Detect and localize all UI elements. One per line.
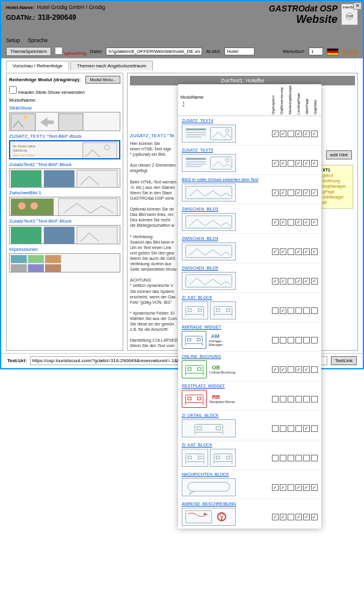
checkbox[interactable] [311, 307, 318, 314]
checkbox[interactable] [295, 484, 302, 491]
column-header[interactable]: DigEMail [313, 84, 321, 116]
checkbox[interactable] [295, 425, 302, 432]
checkbox[interactable] [303, 160, 310, 167]
module-thumb[interactable] [9, 197, 120, 216]
checkbox[interactable] [288, 455, 294, 461]
checkbox[interactable] [272, 307, 279, 314]
close-button[interactable]: ✕ [353, 2, 362, 10]
sort-icons[interactable]: ▲▼ [180, 99, 268, 109]
checkbox[interactable] [288, 337, 294, 343]
module-row[interactable]: ZWISCHEN_BILD4 [178, 234, 321, 263]
module-item[interactable]: Impressionen [9, 247, 120, 252]
checkbox[interactable] [303, 484, 310, 491]
checkbox[interactable] [272, 455, 279, 461]
module-thumb[interactable] [9, 253, 120, 273]
checkbox[interactable] [280, 131, 286, 137]
module-thumb[interactable] [9, 168, 120, 188]
checkbox[interactable] [303, 248, 310, 255]
checkbox[interactable] [280, 278, 286, 285]
checkbox[interactable] [311, 131, 318, 137]
module-row[interactable]: RESTPLATZ_WIDGETRBRestplatz-Börse [178, 381, 321, 411]
checkbox[interactable] [303, 189, 310, 196]
checkbox[interactable] [272, 189, 279, 196]
checkbox[interactable] [295, 131, 302, 137]
checkbox[interactable] [311, 455, 318, 461]
checkbox[interactable] [288, 366, 294, 373]
checkbox[interactable] [295, 219, 302, 226]
checkbox[interactable] [280, 425, 286, 432]
add-module-button[interactable]: Modul hinzu... [85, 76, 120, 84]
checkbox[interactable] [311, 425, 318, 432]
column-header[interactable]: DigReservierung [279, 84, 288, 116]
testlink-button[interactable]: TestLink [331, 356, 357, 365]
checkbox[interactable] [272, 484, 279, 491]
checkbox[interactable] [288, 396, 294, 402]
tab-vorschau[interactable]: Vorschau / Reihenfolge [6, 61, 69, 70]
checkbox[interactable] [272, 425, 279, 432]
checkbox[interactable] [288, 278, 294, 285]
checkbox[interactable] [303, 219, 310, 226]
checkbox[interactable] [303, 307, 310, 314]
checkbox[interactable] [288, 484, 294, 491]
checkbox[interactable] [280, 455, 286, 461]
module-row[interactable]: ZUSATZ_TEXT5 [178, 146, 321, 175]
checkbox[interactable] [272, 337, 279, 343]
checkbox[interactable] [280, 219, 286, 226]
checkbox[interactable] [303, 425, 310, 432]
checkbox[interactable] [280, 160, 286, 167]
checkbox[interactable] [311, 484, 318, 491]
flag-de-icon[interactable] [327, 48, 339, 55]
checkbox[interactable] [295, 278, 302, 285]
checkbox[interactable] [311, 189, 318, 196]
checkbox[interactable] [288, 189, 294, 196]
edit-hint-button[interactable]: edit Hint [326, 150, 352, 159]
checkbox[interactable] [272, 131, 279, 137]
checkbox[interactable] [288, 425, 294, 432]
checkbox[interactable] [311, 337, 318, 343]
checkbox[interactable] [280, 307, 286, 314]
checkbox[interactable] [295, 307, 302, 314]
checkbox[interactable] [272, 366, 279, 373]
checkbox[interactable] [311, 248, 318, 255]
checkbox[interactable] [272, 278, 279, 285]
header-slideshow-checkbox[interactable]: Header-Slide-Show verwenden [9, 90, 85, 95]
module-row[interactable]: ZI_KAT_BLOCK [178, 293, 321, 322]
checkbox[interactable] [295, 514, 302, 520]
checkbox[interactable] [272, 219, 279, 226]
module-item[interactable]: ZwischenBild 1 [9, 190, 120, 196]
checkbox[interactable] [288, 131, 294, 137]
save-theme-button[interactable]: ThemaSpeichern [6, 47, 51, 56]
checkbox[interactable] [280, 189, 286, 196]
module-item[interactable]: ZUSATZ_TEXT1 "Text-Bild"-Block [9, 134, 120, 139]
menu-sprache[interactable]: Sprache [28, 37, 48, 43]
module-thumb[interactable] [9, 112, 120, 131]
checkbox[interactable] [303, 131, 310, 137]
column-header[interactable]: LandingPage [296, 84, 304, 116]
upload-img-checkbox[interactable]: uploadImg [55, 47, 87, 56]
checkbox[interactable] [311, 278, 318, 285]
module-row[interactable]: ANREISE_BESCHREIBUNG [178, 499, 321, 529]
checkbox[interactable] [280, 484, 286, 491]
tab-themen[interactable]: Themen nach Angebotszeitraum [70, 61, 153, 70]
checkbox[interactable] [288, 307, 294, 314]
checkbox[interactable] [303, 396, 310, 402]
module-row[interactable]: ZUSATZ_TEXT4 [178, 116, 321, 146]
datei-input[interactable] [106, 48, 202, 55]
checkbox[interactable] [303, 455, 310, 461]
column-header[interactable]: MarketingManage [288, 84, 296, 116]
module-row[interactable]: ZWISCHEN_BILD3 [178, 205, 321, 234]
column-header[interactable]: WebPage [304, 84, 313, 116]
checkbox[interactable] [295, 455, 302, 461]
checkbox[interactable] [295, 160, 302, 167]
module-row[interactable]: ONLINE_BUCHUNGOBOnline-Buchung [178, 352, 321, 381]
module-row[interactable]: NACHRICHTEN_BLOCK [178, 470, 321, 499]
checkbox[interactable] [272, 248, 279, 255]
module-row[interactable]: ANFRAGE_WIDGETAMAnfrage-Manager [178, 322, 321, 352]
module-row[interactable]: ZI_KAT_BLOCK [178, 440, 321, 470]
checkbox[interactable] [311, 396, 318, 402]
checkbox[interactable] [288, 219, 294, 226]
checkbox[interactable] [303, 366, 310, 373]
module-item[interactable]: ZusatzText3 "Text-Bild"-Block [9, 218, 120, 224]
module-item[interactable]: SlideShow [9, 105, 120, 111]
checkbox[interactable] [295, 189, 302, 196]
